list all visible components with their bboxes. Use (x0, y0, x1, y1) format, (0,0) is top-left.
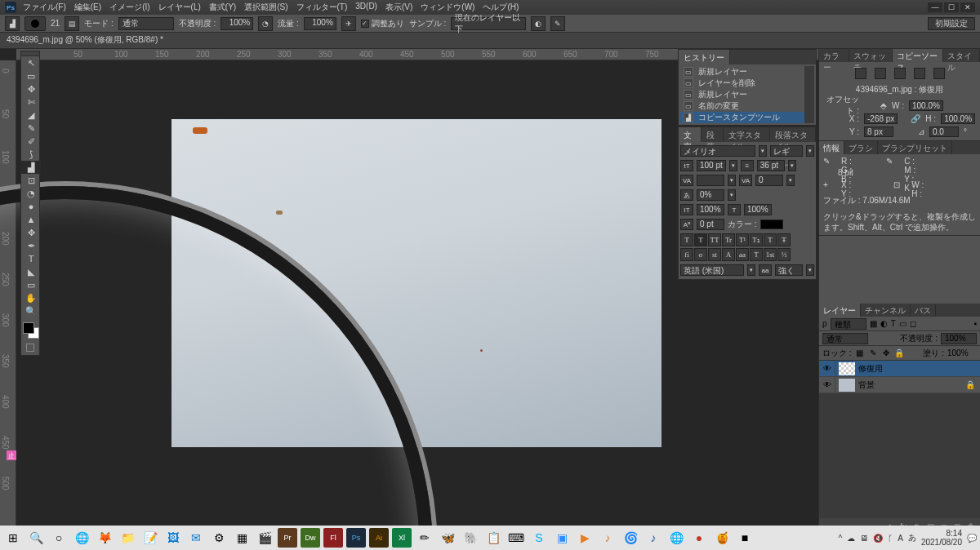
dreamweaver-icon[interactable]: Dw (301, 528, 320, 548)
marquee-tool[interactable]: ▭ (21, 69, 41, 82)
kerning-input[interactable] (697, 175, 724, 186)
workspace-button[interactable]: 初期設定 (928, 17, 975, 30)
color-swatch[interactable] (21, 321, 41, 340)
layer-row[interactable]: 👁 背景 🔒 (819, 377, 980, 393)
volume-icon[interactable]: 🔇 (873, 534, 883, 543)
chevron-down-icon[interactable]: ▾ (788, 160, 796, 171)
menu-layer[interactable]: レイヤー(L) (158, 2, 201, 13)
ignore-adjust-icon[interactable]: ◐ (531, 16, 546, 31)
pressure-size-icon[interactable]: ✎ (550, 16, 565, 31)
subscript-button[interactable]: T₁ (750, 233, 763, 246)
clone-stamp-tool[interactable]: ▟ (21, 161, 41, 174)
tsume-input[interactable]: 0% (697, 189, 724, 201)
notepad-icon[interactable]: 📝 (140, 528, 160, 548)
skype-icon[interactable]: S (529, 528, 549, 548)
bold-button[interactable]: T (680, 233, 693, 246)
sample-select[interactable]: 現在のレイヤー以下 (451, 17, 526, 30)
filter-smart-icon[interactable]: ◻ (910, 319, 916, 328)
tab-clone-source[interactable]: コピーソース (893, 49, 943, 62)
cortana-icon[interactable]: ○ (49, 528, 69, 548)
eyedropper-tool[interactable]: ✎ (21, 122, 41, 135)
filter-toggle-icon[interactable]: ▪ (973, 319, 977, 328)
fractions-button[interactable]: ½ (777, 248, 791, 261)
tab-info[interactable]: 情報 (819, 141, 844, 154)
filter-pixel-icon[interactable]: ▦ (870, 319, 877, 328)
tab-history[interactable]: ヒストリー (679, 50, 730, 64)
ligature-button[interactable]: fi (680, 248, 693, 261)
scrollbar[interactable] (804, 66, 814, 123)
visibility-icon[interactable]: 👁 (819, 377, 835, 393)
tab-para-style[interactable]: 段落スタイル (770, 127, 817, 142)
italic-button[interactable]: T (694, 233, 707, 246)
clone-source-4-icon[interactable] (914, 68, 925, 79)
settings-icon[interactable]: ⚙ (209, 528, 229, 548)
y-input[interactable]: 8 px (864, 126, 893, 137)
chevron-down-icon[interactable]: ▾ (806, 264, 814, 276)
stylistic-button[interactable]: aa (736, 248, 749, 261)
crop-tool[interactable]: ◢ (21, 109, 41, 122)
chevron-down-icon[interactable]: ▾ (728, 175, 736, 186)
zoom-icon[interactable]: ▣ (552, 528, 572, 548)
hand-tool[interactable]: ✋ (21, 291, 41, 304)
illustrator-icon[interactable]: Ai (369, 528, 389, 548)
tab-char-style[interactable]: 文字スタイル (724, 127, 770, 142)
path-select-tool[interactable]: ◣ (21, 265, 41, 278)
pen-tool[interactable]: ✒ (21, 239, 41, 252)
filter-shape-icon[interactable]: ▭ (899, 319, 906, 328)
tab-color[interactable]: カラー (819, 49, 849, 62)
explorer-icon[interactable]: 📁 (118, 528, 137, 548)
swash-button[interactable]: A (722, 248, 735, 261)
language-select[interactable]: 英語 (米国) (680, 264, 744, 276)
brush-preview[interactable] (24, 16, 46, 31)
start-button[interactable]: ⊞ (3, 528, 23, 548)
record-icon[interactable]: ● (689, 528, 709, 548)
tab-paths[interactable]: パス (911, 304, 936, 317)
butterfly-icon[interactable]: 🦋 (438, 528, 457, 548)
search-icon[interactable]: 🔍 (26, 528, 46, 548)
chevron-down-icon[interactable]: ▾ (747, 264, 755, 276)
tab-brush[interactable]: ブラシ (844, 141, 878, 154)
clone-source-5-icon[interactable] (933, 68, 945, 79)
lock-all-icon[interactable]: 🔒 (894, 348, 904, 358)
flow-input[interactable]: 100% (304, 17, 336, 30)
brush-panel-icon[interactable]: ▤ (65, 16, 79, 31)
tray-overflow-icon[interactable]: ^ (839, 534, 843, 543)
chrome-icon[interactable]: 🌐 (72, 528, 91, 548)
font-size-input[interactable]: 100 pt (697, 160, 726, 171)
vlc-icon[interactable]: ♪ (598, 528, 617, 548)
clone-source-3-icon[interactable] (894, 68, 906, 79)
blend-mode-select[interactable]: 通常 (118, 17, 174, 30)
tab-layers[interactable]: レイヤー (819, 304, 861, 317)
stop-guide-icon[interactable]: 止 (7, 450, 16, 460)
tab-brush-preset[interactable]: ブラシプリセット (878, 141, 952, 154)
menu-edit[interactable]: 編集(E) (74, 2, 101, 13)
layer-name[interactable]: 修復用 (858, 363, 883, 375)
onedrive-icon[interactable]: ☁ (847, 534, 855, 543)
close-button[interactable]: ✕ (960, 2, 975, 12)
gradient-tool[interactable]: ● (21, 200, 41, 213)
layer-thumbnail[interactable] (839, 379, 855, 392)
premiere-icon[interactable]: Pr (278, 528, 297, 548)
chevron-down-icon[interactable]: ▾ (806, 145, 814, 157)
contextual-button[interactable]: σ (694, 248, 707, 261)
player-icon[interactable]: ▶ (575, 528, 595, 548)
history-brush-tool[interactable]: ⊡ (21, 174, 41, 187)
fill-input[interactable]: 100% (947, 348, 977, 357)
maximize-button[interactable]: ☐ (944, 2, 959, 12)
zoom-tool[interactable]: 🔍 (21, 304, 41, 317)
filter-type-icon[interactable]: T (891, 319, 896, 328)
lock-transparent-icon[interactable]: ▦ (855, 348, 865, 358)
brush-tool[interactable]: ⟆ (21, 148, 41, 161)
layer-row[interactable]: 👁 修復用 (819, 361, 980, 377)
lock-position-icon[interactable]: ✥ (881, 348, 891, 358)
store-icon[interactable]: ▦ (232, 528, 252, 548)
clone-source-1-icon[interactable] (855, 68, 866, 79)
lock-icon[interactable]: 🔒 (965, 380, 975, 389)
network-icon[interactable]: ᚴ (888, 534, 893, 543)
elephant-icon[interactable]: 🐘 (461, 528, 480, 548)
opacity-input[interactable]: 100% (941, 333, 977, 344)
history-item[interactable]: ▟コピースタンプツール (680, 112, 804, 123)
flash-icon[interactable]: Fl (323, 528, 343, 548)
clipboard-icon[interactable]: 📋 (483, 528, 503, 548)
quick-select-tool[interactable]: ✄ (21, 95, 41, 109)
